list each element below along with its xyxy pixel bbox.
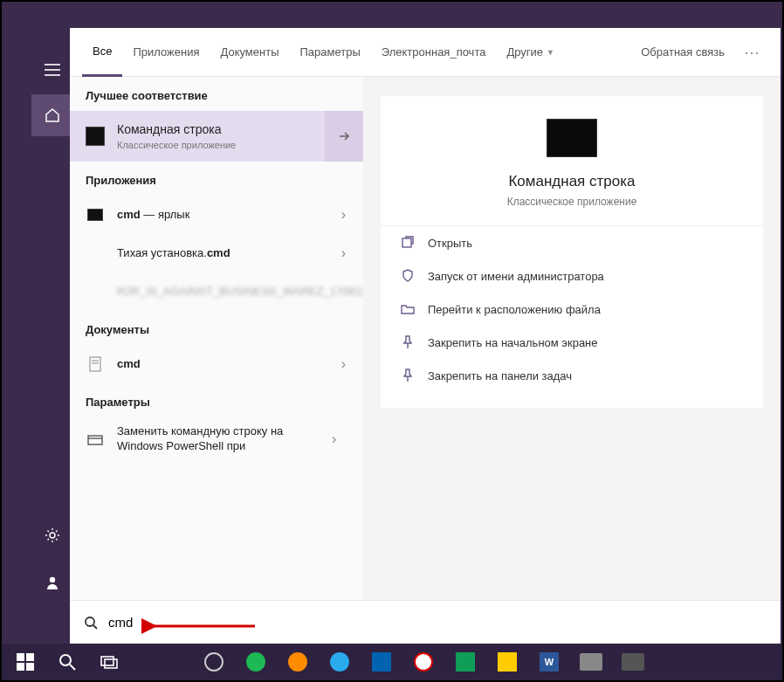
folder-icon	[400, 301, 416, 317]
taskbar-app[interactable]	[445, 644, 485, 680]
svg-rect-10	[402, 238, 411, 247]
svg-rect-15	[26, 653, 34, 661]
tab-more[interactable]: Другие▼	[496, 28, 565, 77]
results-list: Лучшее соответствие Командная строка Кла…	[70, 77, 363, 602]
svg-rect-17	[26, 663, 34, 671]
document-result[interactable]: cmd ›	[70, 345, 363, 383]
tab-apps[interactable]: Приложения	[122, 28, 210, 77]
open-icon	[400, 235, 416, 251]
tab-settings[interactable]: Параметры	[289, 28, 370, 77]
search-icon	[84, 616, 98, 630]
svg-rect-20	[101, 657, 113, 665]
more-options-button[interactable]: ⋯	[735, 43, 768, 62]
chevron-right-icon: ›	[327, 431, 341, 447]
svg-point-11	[86, 617, 94, 626]
preview-thumbnail	[547, 119, 597, 157]
task-view-button[interactable]	[89, 644, 129, 680]
action-pin-start[interactable]: Закрепить на начальном экране	[381, 326, 763, 359]
action-run-admin[interactable]: Запуск от имени администратора	[381, 259, 763, 293]
svg-point-4	[50, 577, 55, 582]
section-settings: Параметры	[70, 383, 363, 417]
home-button[interactable]	[31, 94, 73, 136]
cmd-icon	[87, 209, 103, 221]
shield-icon	[400, 268, 416, 284]
section-apps: Приложения	[70, 162, 363, 196]
taskbar-app[interactable]	[194, 644, 234, 680]
setting-result[interactable]: Заменить командную строку на Windows Pow…	[70, 417, 363, 461]
app-result[interactable]: Тихая установка.cmd ›	[70, 234, 363, 272]
svg-rect-14	[17, 653, 24, 661]
expand-arrow-button[interactable]	[325, 111, 363, 162]
best-match-subtitle: Классическое приложение	[117, 139, 351, 151]
tab-all[interactable]: Все	[82, 28, 122, 77]
start-button[interactable]	[5, 644, 45, 680]
svg-point-3	[50, 533, 55, 538]
taskbar-app[interactable]	[403, 644, 444, 680]
action-pin-taskbar[interactable]: Закрепить на панели задач	[381, 359, 763, 392]
feedback-link[interactable]: Обратная связь	[630, 28, 735, 77]
cmd-icon	[86, 127, 105, 146]
chevron-down-icon: ▼	[547, 48, 554, 57]
taskbar-app[interactable]	[487, 644, 527, 680]
svg-point-18	[60, 655, 71, 665]
svg-rect-5	[90, 357, 100, 371]
search-bar	[70, 600, 781, 644]
section-documents: Документы	[70, 311, 363, 345]
best-match-title: Командная строка	[117, 121, 351, 137]
svg-rect-21	[105, 659, 117, 668]
chevron-right-icon: ›	[336, 207, 351, 223]
search-input[interactable]	[108, 615, 767, 630]
hamburger-button[interactable]	[31, 49, 73, 91]
taskbar-app[interactable]	[320, 644, 360, 680]
filter-tabs: Все Приложения Документы Параметры Элект…	[70, 28, 781, 77]
chevron-right-icon: ›	[336, 356, 351, 372]
start-sidebar	[2, 28, 70, 645]
document-icon	[86, 355, 105, 374]
app-result[interactable]: R2R_IS_AGAINST_BUSINESS_WAREZ_170811.cmd…	[70, 272, 363, 311]
tab-email[interactable]: Электронная_почта	[371, 28, 497, 77]
preview-subtitle: Классическое приложение	[507, 196, 637, 208]
section-best-match: Лучшее соответствие	[70, 77, 363, 111]
pin-icon	[400, 334, 416, 350]
pin-icon	[400, 368, 416, 383]
chevron-right-icon: ›	[336, 245, 351, 261]
taskbar-app[interactable]	[361, 644, 402, 680]
taskbar-app[interactable]: W	[529, 644, 569, 680]
taskbar-app[interactable]	[571, 644, 611, 680]
best-match-result[interactable]: Командная строка Классическое приложение	[70, 111, 363, 162]
taskbar-app[interactable]	[236, 644, 276, 680]
taskbar: W	[2, 644, 782, 680]
search-panel: Все Приложения Документы Параметры Элект…	[70, 28, 781, 645]
svg-rect-8	[88, 436, 102, 444]
svg-line-19	[70, 665, 75, 670]
taskbar-search-button[interactable]	[47, 644, 87, 680]
settings-icon	[86, 430, 105, 449]
tab-documents[interactable]: Документы	[210, 28, 289, 77]
preview-pane: Командная строка Классическое приложение…	[363, 77, 781, 602]
app-result[interactable]: cmd — ярлык ›	[70, 196, 363, 234]
action-open-location[interactable]: Перейти к расположению файла	[381, 293, 763, 326]
settings-button[interactable]	[31, 514, 73, 556]
account-button[interactable]	[31, 561, 73, 603]
preview-title: Командная строка	[508, 173, 635, 190]
svg-rect-16	[17, 663, 24, 671]
taskbar-app[interactable]	[278, 644, 318, 680]
svg-line-12	[93, 625, 97, 629]
action-open[interactable]: Открыть	[381, 226, 763, 259]
taskbar-app[interactable]	[613, 644, 653, 680]
